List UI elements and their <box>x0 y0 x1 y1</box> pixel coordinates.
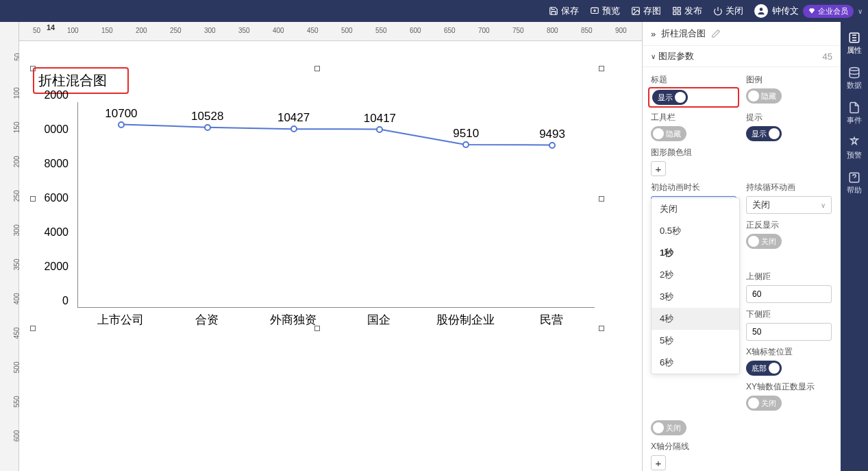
dropdown-option[interactable]: 6秒 <box>652 352 739 374</box>
field-tooltip: 提示 显示 <box>746 112 832 141</box>
resize-handle[interactable] <box>314 66 320 71</box>
chart-widget[interactable]: 折柱混合图 0200040006000800000002000 10700105… <box>33 69 602 328</box>
export-image-button[interactable]: 存图 <box>631 5 661 17</box>
canvas[interactable]: 折柱混合图 0200040006000800000002000 10700105… <box>19 41 642 471</box>
svg-rect-0 <box>591 8 599 13</box>
field-toolbar: 工具栏 隐藏 <box>651 112 736 141</box>
edit-icon[interactable] <box>711 29 721 38</box>
ruler-cursor-pos: 14 <box>47 23 55 32</box>
image-icon <box>631 6 641 16</box>
field-reverse: 正反显示 关闭 <box>746 219 832 249</box>
tooltip-toggle[interactable]: 显示 <box>746 126 782 141</box>
field-x-label-pos: X轴标签位置 底部 <box>746 346 832 376</box>
vip-badge: 企业会员 <box>803 5 854 18</box>
rail-attr[interactable]: 属性 <box>841 27 868 60</box>
svg-point-1 <box>594 10 595 11</box>
property-panel: » 折柱混合图 ∨ 图层参数 45 标题 显示 图例 隐藏 工具栏 隐藏 <box>642 22 841 471</box>
user-icon <box>756 6 766 16</box>
legend-toggle[interactable]: 隐藏 <box>746 88 782 104</box>
username: 钟传文 <box>772 5 799 17</box>
xy-positive-toggle[interactable]: 关闭 <box>746 396 782 411</box>
svg-rect-5 <box>678 8 680 10</box>
field-top-margin: 上侧距 <box>746 271 832 303</box>
save-icon <box>549 6 558 16</box>
vertical-ruler: 50100150200250300350400450500550600 <box>0 22 19 471</box>
field-xy-positive: XY轴数值正数显示 关闭 <box>746 381 832 411</box>
field-bottom-margin: 下侧距 <box>746 309 832 341</box>
toolbar-toggle[interactable]: 隐藏 <box>651 126 686 141</box>
dropdown-option[interactable]: 0.5秒 <box>652 220 739 242</box>
preview-button[interactable]: 预览 <box>590 5 620 17</box>
close-button[interactable]: 关闭 <box>713 5 743 17</box>
props-title: 折柱混合图 <box>661 27 706 40</box>
canvas-area: 50100150200250300350400450500550600 14 5… <box>0 22 642 471</box>
field-loop-anim: 持续循环动画 关闭 ∨ <box>746 182 832 214</box>
power-icon <box>713 6 723 16</box>
svg-rect-7 <box>673 12 676 14</box>
save-button[interactable]: 保存 <box>549 5 579 17</box>
preview-icon <box>590 6 599 16</box>
field-title: 标题 显示 <box>651 74 736 106</box>
chevron-down-icon[interactable]: ∨ <box>858 8 863 15</box>
field-legend: 图例 隐藏 <box>746 74 832 106</box>
dropdown-option[interactable]: 5秒 <box>652 330 739 352</box>
top-margin-input[interactable] <box>746 285 832 303</box>
dropdown-option[interactable]: 关闭 <box>652 198 739 220</box>
reverse-toggle[interactable]: 关闭 <box>746 234 782 249</box>
avatar <box>754 4 768 18</box>
horizontal-ruler: 14 5010015020025030035040045050055060065… <box>19 22 642 41</box>
rail-help[interactable]: 帮助 <box>841 167 868 200</box>
file-icon <box>848 101 860 114</box>
help-icon <box>848 171 860 184</box>
chart-plot: 0200040006000800000002000 10700105281042… <box>33 102 602 328</box>
dropdown-option[interactable]: 4秒 <box>652 308 739 330</box>
user-area[interactable]: 钟传文 企业会员 ∨ <box>754 4 863 18</box>
layer-section-header[interactable]: ∨ 图层参数 45 <box>643 46 841 67</box>
svg-rect-6 <box>678 12 680 14</box>
alarm-icon <box>848 136 860 149</box>
topbar: 保存 预览 存图 发布 关闭 钟传文 企业会员 ∨ <box>0 0 868 22</box>
svg-rect-4 <box>673 8 676 10</box>
extra-toggle[interactable]: 关闭 <box>651 420 686 435</box>
title-toggle-highlight: 显示 <box>648 87 739 108</box>
svg-point-3 <box>634 9 635 10</box>
add-color-button[interactable]: + <box>651 161 666 176</box>
sliders-icon <box>848 32 860 44</box>
publish-icon <box>672 6 682 16</box>
title-toggle[interactable]: 显示 <box>652 90 688 105</box>
chevron-down-icon: ∨ <box>821 202 826 209</box>
right-rail: 属性 数据 事件 预警 帮助 <box>841 22 868 471</box>
dropdown-option[interactable]: 3秒 <box>652 286 739 308</box>
dropdown-option[interactable]: 1秒 <box>652 242 739 264</box>
x-label-pos-toggle[interactable]: 底部 <box>746 361 782 376</box>
publish-button[interactable]: 发布 <box>672 5 702 17</box>
loop-anim-select[interactable]: 关闭 ∨ <box>746 196 832 214</box>
diamond-icon <box>808 8 815 14</box>
rail-event[interactable]: 事件 <box>841 97 868 130</box>
field-x-divider: X轴分隔线 + <box>651 441 832 470</box>
rail-data[interactable]: 数据 <box>841 62 868 95</box>
collapse-icon[interactable]: » <box>651 29 656 39</box>
svg-point-14 <box>850 68 859 71</box>
bottom-margin-input[interactable] <box>746 323 832 341</box>
field-hidden-toggle: 关闭 <box>651 420 832 435</box>
database-icon <box>848 67 860 79</box>
anim-duration-dropdown[interactable]: 关闭0.5秒1秒2秒3秒4秒5秒6秒 <box>651 197 740 374</box>
field-color-group: 图形颜色组 + <box>651 147 832 176</box>
props-header: » 折柱混合图 <box>643 22 841 46</box>
dropdown-option[interactable]: 2秒 <box>652 264 739 286</box>
layer-index: 45 <box>823 51 832 62</box>
rail-alarm[interactable]: 预警 <box>841 132 868 165</box>
resize-handle[interactable] <box>599 66 604 71</box>
add-divider-button[interactable]: + <box>651 455 666 470</box>
svg-point-9 <box>760 8 763 11</box>
